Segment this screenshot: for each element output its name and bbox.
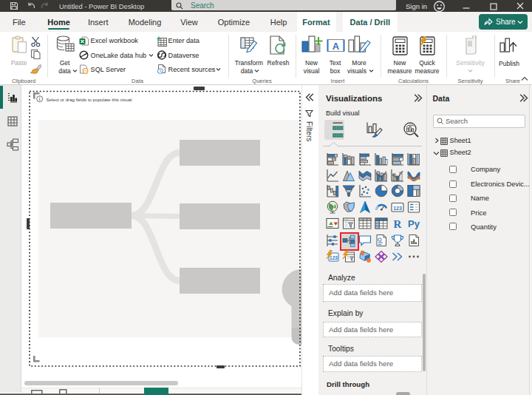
svg-text:A: A	[332, 41, 340, 52]
svg-text:Py: Py	[408, 217, 420, 229]
svg-text:R: R	[394, 217, 402, 229]
svg-text:123: 123	[393, 206, 402, 211]
svg-text:123: 123	[330, 255, 338, 260]
